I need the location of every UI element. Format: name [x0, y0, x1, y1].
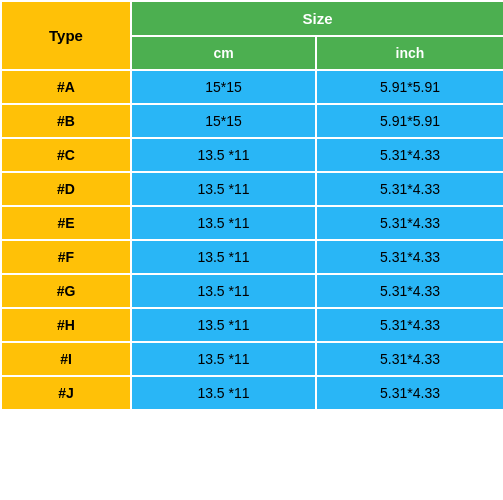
type-cell: #C — [1, 138, 131, 172]
size-table: Type Size cm inch #A15*155.91*5.91#B15*1… — [0, 0, 503, 411]
type-cell: #D — [1, 172, 131, 206]
type-cell: #J — [1, 376, 131, 410]
type-cell: #E — [1, 206, 131, 240]
inch-cell: 5.31*4.33 — [316, 342, 503, 376]
type-cell: #I — [1, 342, 131, 376]
inch-cell: 5.31*4.33 — [316, 308, 503, 342]
cm-header: cm — [131, 36, 316, 70]
cm-cell: 13.5 *11 — [131, 342, 316, 376]
inch-cell: 5.91*5.91 — [316, 70, 503, 104]
type-header: Type — [1, 1, 131, 70]
table-row: #J13.5 *115.31*4.33 — [1, 376, 503, 410]
inch-cell: 5.31*4.33 — [316, 206, 503, 240]
table-row: #C13.5 *115.31*4.33 — [1, 138, 503, 172]
inch-cell: 5.31*4.33 — [316, 138, 503, 172]
type-cell: #A — [1, 70, 131, 104]
cm-cell: 15*15 — [131, 104, 316, 138]
cm-cell: 13.5 *11 — [131, 376, 316, 410]
table-row: #E13.5 *115.31*4.33 — [1, 206, 503, 240]
inch-cell: 5.91*5.91 — [316, 104, 503, 138]
cm-cell: 13.5 *11 — [131, 274, 316, 308]
cm-cell: 13.5 *11 — [131, 138, 316, 172]
inch-cell: 5.31*4.33 — [316, 240, 503, 274]
type-cell: #F — [1, 240, 131, 274]
cm-cell: 13.5 *11 — [131, 308, 316, 342]
type-cell: #B — [1, 104, 131, 138]
inch-header: inch — [316, 36, 503, 70]
table-row: #F13.5 *115.31*4.33 — [1, 240, 503, 274]
inch-cell: 5.31*4.33 — [316, 274, 503, 308]
table-row: #B15*155.91*5.91 — [1, 104, 503, 138]
cm-cell: 13.5 *11 — [131, 240, 316, 274]
table-row: #D13.5 *115.31*4.33 — [1, 172, 503, 206]
type-cell: #G — [1, 274, 131, 308]
cm-cell: 13.5 *11 — [131, 172, 316, 206]
table-row: #H13.5 *115.31*4.33 — [1, 308, 503, 342]
table-row: #I13.5 *115.31*4.33 — [1, 342, 503, 376]
type-cell: #H — [1, 308, 131, 342]
table-row: #A15*155.91*5.91 — [1, 70, 503, 104]
inch-cell: 5.31*4.33 — [316, 172, 503, 206]
cm-cell: 13.5 *11 — [131, 206, 316, 240]
cm-cell: 15*15 — [131, 70, 316, 104]
table-row: #G13.5 *115.31*4.33 — [1, 274, 503, 308]
size-header: Size — [131, 1, 503, 36]
inch-cell: 5.31*4.33 — [316, 376, 503, 410]
